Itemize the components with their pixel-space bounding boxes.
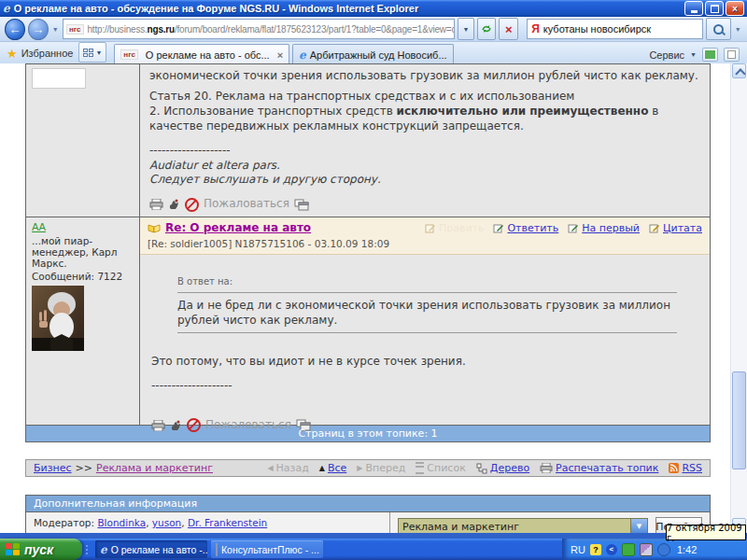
taskbar: пуск e О рекламе на авто -... Консультан… — [0, 539, 747, 560]
moderator-link[interactable]: yuson — [152, 517, 181, 528]
minimize-button[interactable] — [684, 1, 703, 16]
search-options-dropdown-icon[interactable]: ▼ — [734, 26, 742, 33]
nav-back: ◀ Назад — [267, 462, 308, 474]
moderator-link[interactable]: Dr. Frankenstein — [188, 517, 267, 528]
print-post-icon[interactable] — [149, 199, 163, 210]
report-icon[interactable] — [187, 418, 201, 432]
hand-icon[interactable] — [168, 199, 180, 210]
address-bar: ← → ▼ нгс http://business.ngs.ru/forum/b… — [0, 17, 747, 42]
history-dropdown-icon[interactable]: ▼ — [51, 26, 60, 33]
post-title-link[interactable]: Re: О рекламе на авто — [165, 221, 311, 236]
search-go-button[interactable] — [706, 18, 730, 40]
quick-tabs-dropdown-icon: ▼ — [95, 49, 102, 56]
user-avatar — [32, 286, 84, 351]
print-post-icon[interactable] — [151, 420, 165, 431]
quote-text: Да и не бред ли с экономической точки зр… — [177, 298, 677, 328]
tabs-bar: ★ Избранное ▼ нгс О рекламе на авто - об… — [0, 42, 747, 64]
taskbar-task-consultant[interactable]: КонсультантПлюс - ... — [211, 540, 323, 558]
taskbar-task-ie[interactable]: e О рекламе на авто -... — [95, 540, 207, 558]
post2-message: Это потому, что вы идиот и не в курсе то… — [151, 355, 698, 370]
post1-body: экономической точки зрения использовать … — [140, 64, 710, 217]
user-profile-link[interactable]: АА — [32, 221, 46, 233]
forward-button[interactable]: → — [28, 19, 49, 40]
punto-help-icon[interactable]: ? — [590, 544, 601, 555]
quote-action[interactable]: Цитата — [649, 222, 702, 236]
signature-image-fragment — [32, 68, 86, 89]
user-post-count: Сообщений: 7122 — [32, 271, 134, 282]
select-dropdown-icon[interactable]: ▼ — [630, 519, 647, 535]
topic-book-icon — [148, 223, 161, 233]
report-link[interactable]: Пожаловаться — [204, 197, 289, 212]
restore-icon — [711, 5, 719, 13]
go-first-action[interactable]: На первый — [568, 222, 640, 236]
nav-rss[interactable]: RSS — [669, 462, 702, 474]
post1-separator: -------------------- — [149, 144, 700, 159]
breadcrumb-category-link[interactable]: Реклама и маркетинг — [96, 462, 213, 474]
reply-action[interactable]: Ответить — [493, 222, 558, 236]
hand-icon[interactable] — [170, 420, 182, 431]
post1-line1: экономической точки зрения использовать … — [149, 69, 700, 84]
ie-icon: e — [299, 49, 306, 61]
post-meta: [Re: soldier1005] N1875715106 - 03.10.09… — [148, 238, 702, 251]
report-link[interactable]: Пожаловаться — [205, 418, 291, 433]
nav-tree[interactable]: Дерево — [476, 462, 529, 474]
close-button[interactable]: × — [726, 1, 744, 16]
nav-forward: ▶ Вперед — [357, 462, 405, 474]
back-button[interactable]: ← — [5, 19, 25, 40]
language-indicator[interactable]: RU — [571, 544, 585, 555]
tab-label: Арбитражный суд Новосиб... — [310, 49, 447, 61]
tab-current[interactable]: нгс О рекламе на авто - обс... × — [114, 44, 289, 64]
nav-print-topic[interactable]: Распечатать топик — [540, 462, 658, 474]
tab-favicon: нгс — [120, 49, 138, 60]
search-input[interactable]: Я куботаны новосибирск — [527, 19, 703, 39]
moderator-link[interactable]: Blondinka — [97, 517, 146, 528]
taskbar-separator — [82, 539, 92, 560]
forum-thread-table: экономической точки зрения использовать … — [25, 63, 711, 442]
windows-logo-icon — [6, 543, 20, 556]
post1-article: Статья 20. Реклама на транспортных средс… — [149, 90, 700, 105]
service-menu[interactable]: Сервис — [649, 49, 684, 61]
tab-close-icon[interactable]: × — [277, 49, 283, 61]
screen: e О рекламе на авто - обсуждение на Фору… — [0, 0, 747, 560]
post-actions: Править Ответить — [425, 222, 702, 236]
scrollbar-thumb[interactable] — [732, 371, 746, 469]
restore-layout-icon[interactable] — [702, 48, 718, 62]
post1-signature-1: Audiatur et altera pars. — [149, 159, 700, 174]
update-tray-icon[interactable] — [657, 543, 670, 556]
favorites-button[interactable]: ★ Избранное — [7, 44, 73, 63]
search-icon — [713, 24, 724, 35]
url-scheme: http://business. — [88, 24, 148, 35]
consultant-icon — [216, 543, 218, 556]
page-icon[interactable] — [724, 48, 740, 62]
tab-background[interactable]: e Арбитражный суд Новосиб... — [292, 44, 453, 64]
breadcrumb-section-link[interactable]: Бизнес — [34, 462, 72, 474]
refresh-button[interactable] — [477, 18, 497, 40]
post2-user-column: АА ...мой пиар-менеджер, Карл Маркс. Соо… — [26, 217, 140, 425]
additional-info-header: Дополнительная информация — [25, 495, 711, 511]
address-input[interactable]: нгс http://business.ngs.ru/forum/board/r… — [63, 19, 455, 39]
nav-all[interactable]: ▲ Все — [319, 462, 347, 474]
vertical-scrollbar[interactable] — [730, 63, 747, 533]
minimize-icon — [691, 10, 698, 13]
tree-icon — [476, 463, 487, 474]
report-icon[interactable] — [185, 198, 199, 212]
punto-switcher-icon[interactable]: < — [606, 544, 617, 555]
start-button[interactable]: пуск — [0, 539, 82, 560]
window-buttons: × — [684, 1, 744, 16]
favorites-label: Избранное — [21, 48, 74, 59]
quick-tabs-button[interactable]: ▼ — [78, 42, 106, 63]
search-query: куботаны новосибирск — [543, 23, 651, 35]
network-tray-icon[interactable] — [640, 543, 653, 556]
messenger-tray-icon[interactable] — [622, 543, 635, 556]
user-description: ...мой пиар-менеджер, Карл Маркс. — [32, 235, 134, 269]
windows-icon[interactable] — [294, 199, 309, 211]
task-label: КонсультантПлюс - ... — [221, 544, 319, 555]
scroll-up-button[interactable] — [732, 63, 746, 78]
window-title: О рекламе на авто - обсуждение на Форуме… — [14, 3, 681, 14]
address-dropdown-button[interactable]: ▼ — [458, 18, 473, 40]
clock[interactable]: 1:42 — [677, 544, 697, 555]
restore-button[interactable] — [705, 1, 724, 16]
quote-label: В ответ на: — [177, 275, 677, 287]
stop-button[interactable]: × — [499, 18, 518, 40]
service-dropdown-icon: ▼ — [690, 51, 697, 58]
